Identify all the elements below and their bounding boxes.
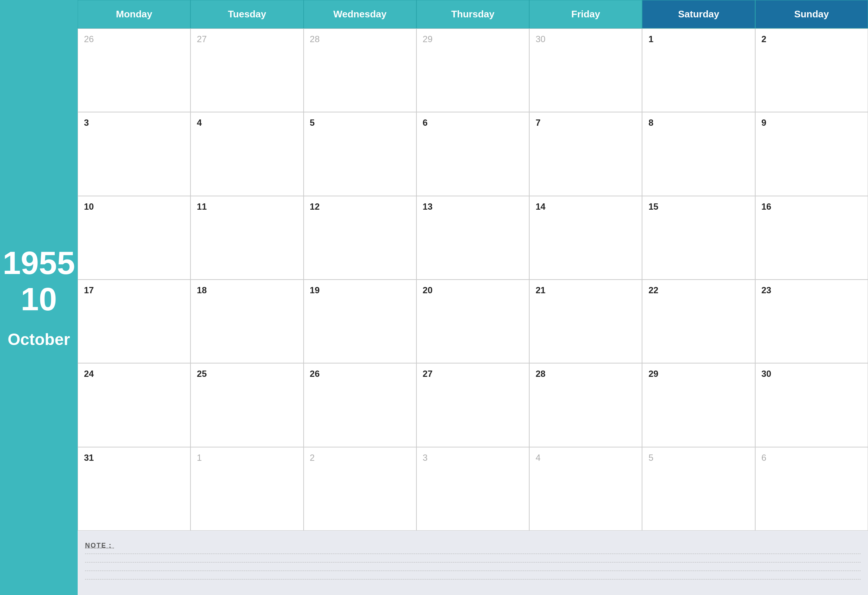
day-number: 28 (310, 34, 320, 44)
day-cell: 14 (529, 196, 642, 279)
main-area: Monday Tuesday Wednesday Thursday Friday… (78, 0, 868, 595)
year-label: 1955 (3, 247, 75, 279)
notes-section: NOTE： (78, 531, 868, 595)
calendar-wrapper: 1955 10 October Monday Tuesday Wednesday… (0, 0, 868, 595)
day-number: 27 (423, 369, 433, 379)
day-number: 6 (762, 453, 766, 463)
day-number: 20 (423, 285, 433, 295)
day-cell: 3 (416, 447, 529, 531)
day-cell: 30 (529, 28, 642, 112)
day-cell: 4 (529, 447, 642, 531)
day-cell: 24 (78, 363, 190, 447)
day-cell: 6 (755, 447, 868, 531)
header-monday: Monday (78, 0, 190, 28)
day-number: 3 (423, 453, 428, 463)
day-cell: 5 (304, 112, 416, 196)
day-number: 26 (84, 34, 94, 44)
day-number: 19 (310, 285, 320, 295)
day-cell: 26 (78, 28, 190, 112)
day-number: 23 (762, 285, 772, 295)
day-cell: 11 (190, 196, 303, 279)
calendar-grid: Monday Tuesday Wednesday Thursday Friday… (78, 0, 868, 531)
day-number: 2 (762, 34, 766, 44)
day-number: 17 (84, 285, 94, 295)
day-cell: 23 (755, 279, 868, 363)
header-row: Monday Tuesday Wednesday Thursday Friday… (78, 0, 868, 28)
month-name-label: October (8, 330, 70, 349)
note-line-3 (85, 571, 861, 571)
day-number: 2 (310, 453, 315, 463)
header-saturday: Saturday (642, 0, 755, 28)
day-number: 5 (648, 453, 653, 463)
day-cell: 29 (416, 28, 529, 112)
day-number: 24 (84, 369, 94, 379)
note-line-2 (85, 562, 861, 563)
day-cell: 26 (304, 363, 416, 447)
note-line-4 (85, 579, 861, 579)
day-number: 4 (197, 118, 202, 128)
day-cell: 15 (642, 196, 755, 279)
day-cell: 2 (755, 28, 868, 112)
day-number: 21 (536, 285, 546, 295)
day-number: 14 (536, 202, 546, 211)
day-cell: 22 (642, 279, 755, 363)
day-cell: 31 (78, 447, 190, 531)
day-cell: 5 (642, 447, 755, 531)
day-cell: 12 (304, 196, 416, 279)
day-cell: 30 (755, 363, 868, 447)
header-tuesday: Tuesday (190, 0, 303, 28)
day-number: 28 (536, 369, 546, 379)
day-number: 29 (648, 369, 658, 379)
note-line-1 (85, 554, 861, 554)
day-cell: 21 (529, 279, 642, 363)
day-cell: 16 (755, 196, 868, 279)
day-number: 5 (310, 118, 315, 128)
day-number: 13 (423, 202, 433, 211)
header-thursday: Thursday (416, 0, 529, 28)
day-number: 11 (197, 202, 207, 211)
day-number: 12 (310, 202, 320, 211)
day-cell: 10 (78, 196, 190, 279)
day-number: 3 (84, 118, 89, 128)
day-number: 22 (648, 285, 658, 295)
day-cell: 13 (416, 196, 529, 279)
day-cell: 2 (304, 447, 416, 531)
day-number: 25 (197, 369, 207, 379)
day-number: 4 (536, 453, 540, 463)
header-wednesday: Wednesday (304, 0, 416, 28)
day-number: 16 (762, 202, 772, 211)
day-number: 8 (648, 118, 653, 128)
day-number: 31 (84, 453, 94, 463)
day-cell: 9 (755, 112, 868, 196)
day-cell: 1 (642, 28, 755, 112)
day-number: 29 (423, 34, 433, 44)
day-number: 9 (762, 118, 766, 128)
day-number: 30 (536, 34, 546, 44)
day-cell: 8 (642, 112, 755, 196)
day-cell: 6 (416, 112, 529, 196)
day-number: 30 (762, 369, 772, 379)
month-number-label: 10 (21, 283, 57, 316)
day-number: 6 (423, 118, 428, 128)
day-number: 26 (310, 369, 320, 379)
day-cell: 7 (529, 112, 642, 196)
day-cell: 27 (416, 363, 529, 447)
day-cell: 18 (190, 279, 303, 363)
days-grid: 2627282930123456789101112131415161718192… (78, 28, 868, 531)
day-cell: 19 (304, 279, 416, 363)
day-cell: 20 (416, 279, 529, 363)
day-number: 1 (648, 34, 653, 44)
sidebar: 1955 10 October (0, 0, 78, 595)
day-cell: 27 (190, 28, 303, 112)
header-friday: Friday (529, 0, 642, 28)
day-number: 10 (84, 202, 94, 211)
day-cell: 25 (190, 363, 303, 447)
day-cell: 29 (642, 363, 755, 447)
note-label: NOTE： (85, 541, 861, 550)
day-cell: 3 (78, 112, 190, 196)
day-cell: 28 (304, 28, 416, 112)
header-sunday: Sunday (755, 0, 868, 28)
day-number: 18 (197, 285, 207, 295)
day-cell: 4 (190, 112, 303, 196)
day-cell: 17 (78, 279, 190, 363)
